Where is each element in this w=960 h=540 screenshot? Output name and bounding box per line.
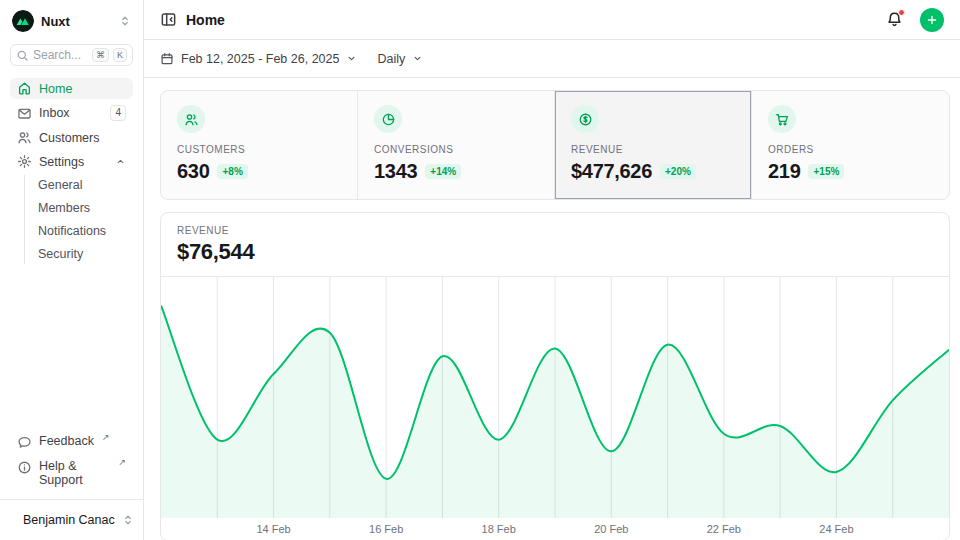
feedback-link[interactable]: Feedback↗ <box>10 431 133 453</box>
stat-value: $477,626 <box>571 160 652 183</box>
sidebar-subitem-members[interactable]: Members <box>25 198 133 218</box>
help-support-link[interactable]: Help & Support↗ <box>10 456 133 490</box>
sidebar-item-label: Settings <box>39 155 108 169</box>
workspace-switcher[interactable]: Nuxt <box>10 8 133 44</box>
revenue-area-chart[interactable] <box>161 276 949 518</box>
chevrons-up-down-icon <box>119 15 131 27</box>
chart-metric-label: REVENUE <box>177 225 933 236</box>
x-tick-label: 20 Feb <box>594 523 628 535</box>
command-key: ⌘ <box>92 48 109 62</box>
sidebar: Nuxt ⌘ K HomeInbox4CustomersSettingsGene… <box>0 0 144 540</box>
stat-delta-badge: +20% <box>660 164 696 179</box>
chevron-up-icon <box>115 156 126 167</box>
date-range-value: Feb 12, 2025 - Feb 26, 2025 <box>181 52 339 66</box>
search-icon <box>16 49 29 62</box>
search-input[interactable] <box>33 48 88 62</box>
stat-card-customers[interactable]: CUSTOMERS630+8% <box>161 91 358 199</box>
chevrons-up-down-icon <box>122 514 134 526</box>
users-icon <box>17 130 32 145</box>
x-tick-label: 16 Feb <box>369 523 403 535</box>
sidebar-nav: HomeInbox4CustomersSettingsGeneralMember… <box>10 78 133 268</box>
users-icon <box>177 105 205 133</box>
dashboard-content: CUSTOMERS630+8%CONVERSIONS1343+14%REVENU… <box>144 78 960 540</box>
external-link-icon: ↗ <box>102 432 110 442</box>
external-link-icon: ↗ <box>118 457 126 467</box>
sidebar-subitem-general[interactable]: General <box>25 175 133 195</box>
chevron-down-icon <box>346 53 357 64</box>
stat-label: ORDERS <box>768 144 933 155</box>
gear-icon <box>17 154 32 169</box>
sidebar-subnav: GeneralMembersNotificationsSecurity <box>24 175 133 264</box>
stat-delta-badge: +15% <box>808 164 844 179</box>
stat-value: 1343 <box>374 160 417 183</box>
stat-label: REVENUE <box>571 144 735 155</box>
sidebar-collapse-icon[interactable] <box>160 11 177 28</box>
inbox-icon <box>17 106 32 121</box>
sidebar-subitem-security[interactable]: Security <box>25 244 133 264</box>
revenue-chart-card: REVENUE $76,544 14 Feb16 Feb18 Feb20 Feb… <box>160 212 950 540</box>
search-box[interactable]: ⌘ K <box>10 44 133 66</box>
dollar-circle-icon <box>571 105 599 133</box>
workspace-name: Nuxt <box>41 14 112 29</box>
chart-metric-value: $76,544 <box>177 239 933 265</box>
sidebar-item-label: Inbox <box>39 106 103 120</box>
sidebar-footer-links: Feedback↗Help & Support↗ <box>10 431 133 493</box>
filters-toolbar: Feb 12, 2025 - Feb 26, 2025 Daily <box>144 40 960 78</box>
sidebar-item-customers[interactable]: Customers <box>10 127 133 148</box>
topbar: Home <box>144 0 960 40</box>
inbox-count-badge: 4 <box>110 105 126 121</box>
chart-header: REVENUE $76,544 <box>161 213 949 276</box>
chart-x-axis: 14 Feb16 Feb18 Feb20 Feb22 Feb24 Feb <box>161 518 949 540</box>
notifications-bell-icon[interactable] <box>886 11 903 28</box>
x-tick-label: 14 Feb <box>256 523 290 535</box>
date-range-picker[interactable]: Feb 12, 2025 - Feb 26, 2025 <box>160 52 357 66</box>
footer-link-label: Feedback <box>39 434 94 448</box>
notification-dot <box>898 9 905 16</box>
user-name: Benjamin Canac <box>23 513 115 527</box>
sidebar-subitem-notifications[interactable]: Notifications <box>25 221 133 241</box>
main-area: Home Feb 12, 2025 - Feb 26, 2025 Daily C <box>144 0 960 540</box>
stat-value: 630 <box>177 160 209 183</box>
home-icon <box>17 81 32 96</box>
stat-card-conversions[interactable]: CONVERSIONS1343+14% <box>358 91 555 199</box>
page-title: Home <box>186 12 877 28</box>
stat-delta-badge: +14% <box>425 164 461 179</box>
stat-card-orders[interactable]: ORDERS219+15% <box>752 91 949 199</box>
sidebar-item-label: Customers <box>39 131 126 145</box>
sidebar-item-inbox[interactable]: Inbox4 <box>10 102 133 124</box>
nuxt-logo-icon <box>12 10 34 32</box>
granularity-select[interactable]: Daily <box>377 52 423 66</box>
stat-label: CUSTOMERS <box>177 144 341 155</box>
stats-panel: CUSTOMERS630+8%CONVERSIONS1343+14%REVENU… <box>160 90 950 200</box>
calendar-icon <box>160 52 174 66</box>
x-tick-label: 22 Feb <box>707 523 741 535</box>
sidebar-item-home[interactable]: Home <box>10 78 133 99</box>
k-key: K <box>113 48 127 62</box>
add-button[interactable] <box>920 8 944 32</box>
stat-card-revenue[interactable]: REVENUE$477,626+20% <box>555 91 752 199</box>
info-circle-icon <box>17 460 32 475</box>
sidebar-item-settings[interactable]: Settings <box>10 151 133 172</box>
stat-label: CONVERSIONS <box>374 144 538 155</box>
cart-icon <box>768 105 796 133</box>
x-tick-label: 24 Feb <box>819 523 853 535</box>
user-menu[interactable]: Benjamin Canac <box>10 500 133 534</box>
stat-value: 219 <box>768 160 800 183</box>
granularity-value: Daily <box>377 52 405 66</box>
stat-delta-badge: +8% <box>217 164 247 179</box>
x-tick-label: 18 Feb <box>482 523 516 535</box>
chart-pie-icon <box>374 105 402 133</box>
chat-bubble-icon <box>17 435 32 450</box>
footer-link-label: Help & Support <box>39 459 110 487</box>
chevron-down-icon <box>412 53 423 64</box>
sidebar-item-label: Home <box>39 82 126 96</box>
